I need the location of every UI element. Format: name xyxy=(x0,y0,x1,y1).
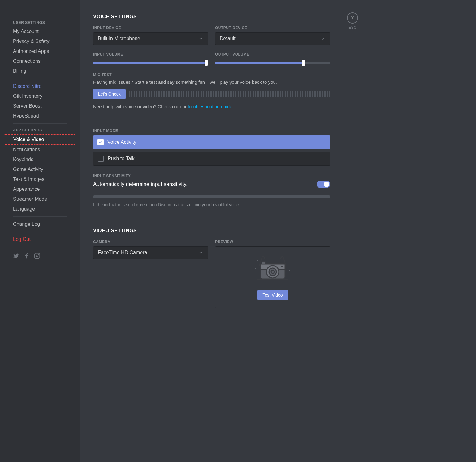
divider xyxy=(13,232,67,232)
settings-content: ESC VOICE SETTINGS INPUT DEVICE Built-in… xyxy=(80,0,340,462)
esc-label: ESC xyxy=(347,25,358,30)
divider xyxy=(13,79,67,79)
input-device-label: INPUT DEVICE xyxy=(93,26,208,30)
lets-check-button[interactable]: Let's Check xyxy=(93,89,126,99)
sidebar-item-gift-inventory[interactable]: Gift Inventory xyxy=(4,91,76,101)
user-settings-header: USER SETTINGS xyxy=(4,19,76,27)
facebook-icon[interactable] xyxy=(24,253,30,260)
voice-activity-label: Voice Activity xyxy=(107,139,136,145)
sidebar-item-hypesquad[interactable]: HypeSquad xyxy=(4,111,76,121)
settings-sidebar: USER SETTINGS My Account Privacy & Safet… xyxy=(0,0,80,462)
output-device-value: Default xyxy=(220,36,236,41)
video-preview: Test Video xyxy=(215,246,330,308)
app-settings-header: APP SETTINGS xyxy=(4,126,76,134)
sidebar-item-keybinds[interactable]: Keybinds xyxy=(4,155,76,165)
divider xyxy=(93,116,330,116)
svg-point-1 xyxy=(36,255,38,257)
divider xyxy=(13,123,67,124)
close-button[interactable] xyxy=(347,12,358,24)
sidebar-item-streamer-mode[interactable]: Streamer Mode xyxy=(4,194,76,204)
mic-test-description: Having mic issues? Start a test and say … xyxy=(93,79,330,85)
svg-rect-9 xyxy=(262,262,266,264)
sidebar-item-discord-nitro[interactable]: Discord Nitro xyxy=(4,81,76,91)
twitter-icon[interactable] xyxy=(13,253,19,260)
slider-fill xyxy=(93,62,206,64)
svg-rect-0 xyxy=(35,253,40,259)
slider-fill xyxy=(215,62,304,64)
camera-placeholder-icon xyxy=(253,255,293,284)
voice-settings-title: VOICE SETTINGS xyxy=(93,14,330,19)
help-prefix: Need help with voice or video? Check out… xyxy=(93,104,188,109)
input-mode-label: INPUT MODE xyxy=(93,129,330,133)
input-mode-voice-activity[interactable]: Voice Activity xyxy=(93,135,330,149)
chevron-down-icon xyxy=(320,36,326,41)
svg-point-2 xyxy=(38,254,39,255)
sidebar-item-authorized-apps[interactable]: Authorized Apps xyxy=(4,46,76,56)
troubleshooting-link[interactable]: troubleshooting guide xyxy=(188,104,232,109)
sensitivity-helper-text: If the indicator is solid green then Dis… xyxy=(93,202,330,207)
sidebar-item-privacy-safety[interactable]: Privacy & Safety xyxy=(4,36,76,46)
input-sensitivity-label: INPUT SENSITIVITY xyxy=(93,174,330,178)
help-text: Need help with voice or video? Check out… xyxy=(93,104,330,109)
output-device-select[interactable]: Default xyxy=(215,32,330,45)
sidebar-item-text-images[interactable]: Text & Images xyxy=(4,174,76,184)
camera-value: FaceTime HD Camera xyxy=(98,250,147,255)
sidebar-item-voice-video[interactable]: Voice & Video xyxy=(4,134,76,145)
slider-thumb[interactable] xyxy=(205,60,208,66)
mic-test-label: MIC TEST xyxy=(93,73,330,77)
checkbox-empty-icon xyxy=(98,156,104,162)
svg-point-6 xyxy=(269,268,276,276)
svg-point-8 xyxy=(281,266,283,267)
input-volume-slider[interactable] xyxy=(93,62,208,64)
sensitivity-indicator xyxy=(93,195,330,198)
sidebar-item-billing[interactable]: Billing xyxy=(4,66,76,76)
input-volume-label: INPUT VOLUME xyxy=(93,52,208,57)
output-device-label: OUTPUT DEVICE xyxy=(215,26,330,30)
camera-select[interactable]: FaceTime HD Camera xyxy=(93,246,208,259)
close-icon xyxy=(350,15,355,20)
output-volume-slider[interactable] xyxy=(215,62,330,64)
mic-test-indicator xyxy=(129,91,330,97)
help-suffix: . xyxy=(232,104,233,109)
push-to-talk-label: Push to Talk xyxy=(108,156,135,161)
social-icons xyxy=(4,250,76,263)
sidebar-item-language[interactable]: Language xyxy=(4,204,76,214)
sidebar-item-server-boost[interactable]: Server Boost xyxy=(4,101,76,111)
divider xyxy=(13,247,67,247)
sidebar-item-notifications[interactable]: Notifications xyxy=(4,145,76,155)
test-video-button[interactable]: Test Video xyxy=(257,290,288,300)
divider xyxy=(93,212,330,212)
chevron-down-icon xyxy=(198,36,204,41)
sidebar-item-game-activity[interactable]: Game Activity xyxy=(4,165,76,174)
checkbox-checked-icon xyxy=(97,139,104,145)
instagram-icon[interactable] xyxy=(34,253,40,260)
preview-label: PREVIEW xyxy=(215,240,330,244)
chevron-down-icon xyxy=(198,250,204,255)
sidebar-item-log-out[interactable]: Log Out xyxy=(4,234,76,244)
divider xyxy=(13,216,67,217)
slider-thumb[interactable] xyxy=(302,60,305,66)
auto-sensitivity-label: Automatically determine input sensitivit… xyxy=(93,181,188,187)
close-button-container: ESC xyxy=(347,12,358,30)
video-settings-title: VIDEO SETTINGS xyxy=(93,228,330,233)
toggle-thumb xyxy=(324,182,329,187)
sidebar-item-connections[interactable]: Connections xyxy=(4,56,76,66)
input-mode-push-to-talk[interactable]: Push to Talk xyxy=(93,152,330,166)
sidebar-item-appearance[interactable]: Appearance xyxy=(4,184,76,194)
input-device-value: Built-in Microphone xyxy=(98,36,140,41)
input-device-select[interactable]: Built-in Microphone xyxy=(93,32,208,45)
auto-sensitivity-toggle[interactable] xyxy=(317,181,330,188)
camera-label: CAMERA xyxy=(93,240,208,244)
sidebar-item-my-account[interactable]: My Account xyxy=(4,27,76,36)
output-volume-label: OUTPUT VOLUME xyxy=(215,52,330,57)
sidebar-item-change-log[interactable]: Change Log xyxy=(4,219,76,229)
